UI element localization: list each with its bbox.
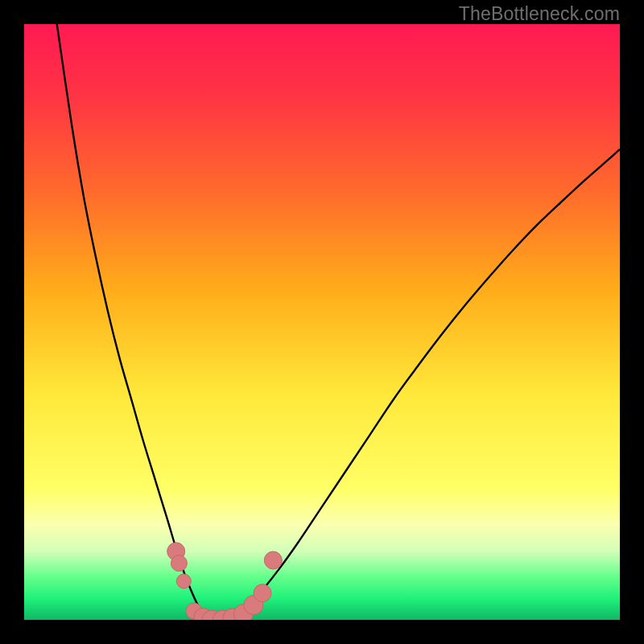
chart-frame: TheBottleneck.com (0, 0, 644, 644)
curve-marker (264, 551, 282, 569)
watermark-label: TheBottleneck.com (459, 3, 620, 25)
plot-area (24, 24, 620, 620)
curve-marker (254, 584, 271, 602)
gradient-background (24, 24, 620, 620)
chart-svg (24, 24, 620, 620)
curve-marker (176, 574, 191, 588)
curve-marker (171, 555, 187, 572)
